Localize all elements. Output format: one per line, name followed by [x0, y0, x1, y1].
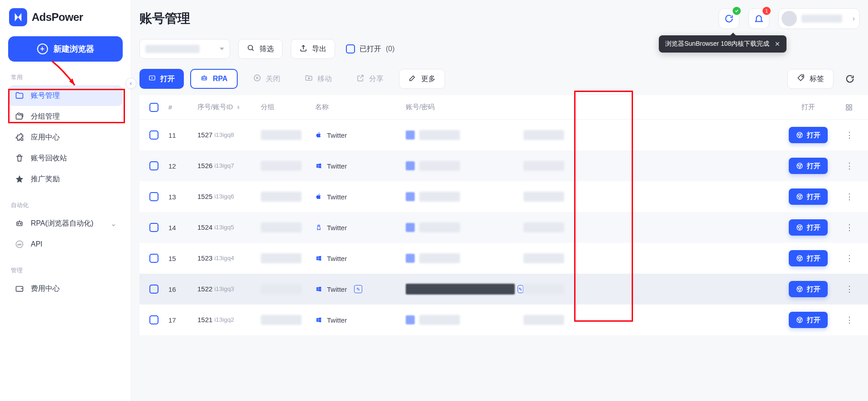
- row-open-button[interactable]: 打开: [789, 158, 828, 174]
- sort-icon: ▲▼: [237, 105, 240, 110]
- export-button[interactable]: 导出: [291, 39, 335, 59]
- toolbar-actions: 打开 RPA 关闭 移动: [139, 69, 868, 89]
- row-menu-button[interactable]: ⋮: [845, 192, 853, 202]
- folder-icon: [14, 91, 24, 101]
- row-menu-button[interactable]: ⋮: [845, 253, 853, 263]
- row-open-button[interactable]: 打开: [789, 219, 828, 236]
- avatar: [782, 11, 797, 26]
- credential-redacted: [406, 284, 515, 295]
- sidebar-label: 应用中心: [31, 133, 60, 142]
- table-row[interactable]: 131525i13igq6Twitter打开⋮: [139, 181, 868, 212]
- more-button[interactable]: 更多: [399, 69, 445, 89]
- sidebar-item-recycle[interactable]: 账号回收站: [8, 148, 123, 169]
- row-seq: 1522i13igq3: [197, 285, 261, 294]
- group-select[interactable]: [139, 39, 230, 59]
- robot-icon: [14, 218, 24, 228]
- row-open-button[interactable]: 打开: [789, 127, 828, 143]
- svg-rect-14: [846, 105, 849, 107]
- edit-icon[interactable]: ✎: [354, 285, 362, 293]
- sidebar-item-appcenter[interactable]: 应用中心: [8, 127, 123, 148]
- svg-text:API: API: [17, 243, 22, 246]
- download-complete-toast: 浏览器SunBrowser 108内核下载完成 ✕: [659, 35, 786, 53]
- table-row[interactable]: 121526i13igq7Twitter打开⋮: [139, 150, 868, 181]
- rpa-button[interactable]: RPA: [190, 69, 238, 89]
- close-icon[interactable]: ✕: [775, 40, 780, 48]
- sync-button[interactable]: [719, 8, 739, 29]
- table-row[interactable]: 111527i13igq8Twitter打开⋮: [139, 120, 868, 150]
- field-redacted: [523, 161, 564, 171]
- credential-redacted: [419, 161, 460, 171]
- group-redacted: [261, 315, 302, 325]
- svg-rect-16: [846, 108, 849, 110]
- row-seq: 1527i13igq8: [197, 131, 261, 140]
- credential-redacted: [419, 315, 460, 325]
- os-icon: [315, 285, 322, 293]
- svg-point-24: [318, 226, 318, 227]
- move-button[interactable]: 移动: [296, 69, 341, 89]
- row-menu-button[interactable]: ⋮: [845, 161, 853, 171]
- row-checkbox[interactable]: [149, 223, 158, 232]
- sidebar-item-rewards[interactable]: 推广奖励: [8, 169, 123, 189]
- row-seq: 1521i13igq2: [197, 316, 261, 324]
- row-checkbox[interactable]: [149, 315, 158, 324]
- sidebar-item-billing[interactable]: 费用中心: [8, 278, 123, 299]
- table-row[interactable]: 161522i13igq3Twitter✎✎打开⋮: [139, 274, 868, 304]
- sidebar-item-api[interactable]: API API: [8, 234, 123, 255]
- row-menu-button[interactable]: ⋮: [845, 315, 853, 325]
- credential-redacted: [406, 315, 415, 324]
- select-all-checkbox[interactable]: [149, 103, 158, 112]
- row-checkbox[interactable]: [149, 192, 158, 201]
- share-label: 分享: [369, 74, 384, 84]
- row-open-button[interactable]: 打开: [789, 250, 828, 266]
- table-row[interactable]: 171521i13igq2Twitter打开⋮: [139, 304, 868, 335]
- table-row[interactable]: 141524i13igq5Twitter打开⋮: [139, 212, 868, 243]
- account-menu[interactable]: ›: [778, 8, 860, 29]
- opened-filter[interactable]: 已打开 (0): [343, 39, 398, 59]
- robot-icon: [200, 74, 208, 84]
- sidebar-item-accounts[interactable]: 账号管理: [8, 85, 123, 106]
- row-checkbox[interactable]: [149, 285, 158, 294]
- table-row[interactable]: 151523i13igq4Twitter打开⋮: [139, 243, 868, 274]
- refresh-button[interactable]: [840, 69, 860, 89]
- open-button[interactable]: 打开: [139, 69, 184, 89]
- os-icon: [315, 255, 322, 262]
- tags-label: 标签: [810, 74, 824, 84]
- os-icon: [315, 224, 322, 231]
- row-open-button[interactable]: 打开: [789, 312, 828, 328]
- close-button[interactable]: 关闭: [244, 69, 289, 89]
- row-open-button[interactable]: 打开: [789, 188, 828, 205]
- chevron-down-icon: ⌄: [110, 219, 116, 228]
- row-checkbox[interactable]: [149, 254, 158, 263]
- row-index: 16: [168, 285, 197, 293]
- new-browser-button[interactable]: + 新建浏览器: [8, 36, 123, 62]
- col-seq[interactable]: 序号/账号ID ▲▼: [197, 103, 261, 111]
- row-checkbox[interactable]: [149, 161, 158, 170]
- row-menu-button[interactable]: ⋮: [845, 284, 853, 294]
- row-menu-button[interactable]: ⋮: [845, 130, 853, 140]
- sync-ok-badge: [733, 7, 741, 15]
- credential-redacted: [419, 222, 460, 232]
- row-checkbox[interactable]: [149, 130, 158, 140]
- close-circle-icon: [253, 74, 261, 84]
- account-name-redacted: [801, 14, 842, 23]
- row-name: Twitter: [315, 316, 406, 324]
- sidebar-item-groups[interactable]: 分组管理: [8, 106, 123, 127]
- main-content: 账号管理 1 › 浏览器SunBrowser 108内核下载完成 ✕: [131, 0, 868, 401]
- sidebar-item-rpa[interactable]: RPA(浏览器自动化) ⌄: [8, 213, 123, 234]
- row-name: Twitter: [315, 255, 406, 262]
- columns-config-button[interactable]: [840, 104, 858, 111]
- row-index: 11: [168, 131, 197, 139]
- notifications-button[interactable]: 1: [748, 8, 769, 29]
- new-browser-label: 新建浏览器: [53, 43, 94, 54]
- row-menu-button[interactable]: ⋮: [845, 222, 853, 232]
- sidebar-label: RPA(浏览器自动化): [31, 219, 93, 228]
- tags-button[interactable]: 标签: [787, 69, 834, 89]
- edit-icon[interactable]: ✎: [518, 285, 523, 293]
- more-label: 更多: [421, 74, 436, 84]
- group-redacted: [261, 130, 302, 140]
- share-button[interactable]: 分享: [347, 69, 393, 89]
- row-open-button[interactable]: 打开: [789, 281, 828, 297]
- credential-redacted: [419, 253, 460, 263]
- svg-rect-15: [849, 105, 852, 107]
- filter-button[interactable]: 筛选: [238, 39, 283, 59]
